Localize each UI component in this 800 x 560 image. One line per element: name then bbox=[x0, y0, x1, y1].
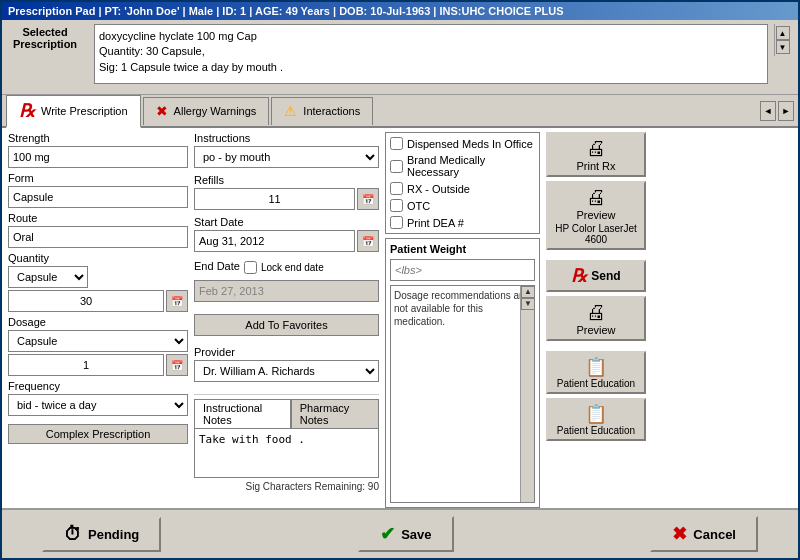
pending-btn[interactable]: ⏱ Pending bbox=[42, 517, 161, 552]
title-bar: Prescription Pad | PT: 'John Doe' | Male… bbox=[2, 2, 798, 20]
patient-edu-1-btn[interactable]: 📋 Patient Education bbox=[546, 351, 646, 394]
strength-input[interactable] bbox=[8, 146, 188, 168]
preview-bottom-btn[interactable]: 🖨 Preview bbox=[546, 296, 646, 341]
quantity-label: Quantity bbox=[8, 252, 188, 264]
quantity-select[interactable]: Capsule bbox=[8, 266, 88, 288]
preview-bottom-label: Preview bbox=[576, 324, 615, 336]
pending-label: Pending bbox=[88, 527, 139, 542]
prescription-scrollbar[interactable]: ▲ ▼ bbox=[774, 24, 790, 56]
education-1-icon: 📋 bbox=[585, 356, 607, 378]
send-btn[interactable]: ℞ Send bbox=[546, 260, 646, 292]
scroll-down-btn[interactable]: ▼ bbox=[776, 40, 790, 54]
start-date-cal-btn[interactable]: 📅 bbox=[357, 230, 379, 252]
dosage-scroll-up[interactable]: ▲ bbox=[521, 286, 535, 298]
tab-pharmacy-notes[interactable]: Pharmacy Notes bbox=[291, 399, 379, 428]
start-date-input[interactable] bbox=[194, 230, 355, 252]
brand-medically-row: Brand Medically Necessary bbox=[390, 154, 535, 178]
tab-write-prescription[interactable]: ℞ Write Prescription bbox=[6, 95, 141, 128]
complex-prescription-btn[interactable]: Complex Prescription bbox=[8, 424, 188, 444]
rx-send-icon: ℞ bbox=[571, 265, 587, 287]
middle-column: Instructions po - by mouth Refills 📅 Sta… bbox=[194, 132, 379, 508]
frequency-group: Frequency bid - twice a day bbox=[8, 380, 188, 416]
rx-icon: ℞ bbox=[19, 100, 35, 122]
form-group: Form bbox=[8, 172, 188, 208]
main-content-wrapper: Strength Form Route Quantity Capsule bbox=[2, 128, 798, 508]
form-area: Strength Form Route Quantity Capsule bbox=[8, 132, 792, 508]
preview-top-icon: 🖨 bbox=[586, 186, 606, 209]
form-input[interactable] bbox=[8, 186, 188, 208]
dispensed-meds-checkbox[interactable] bbox=[390, 137, 403, 150]
preview-top-btn[interactable]: 🖨 Preview HP Color LaserJet 4600 bbox=[546, 181, 646, 250]
quantity-cal-btn[interactable]: 📅 bbox=[166, 290, 188, 312]
otc-label: OTC bbox=[407, 200, 430, 212]
frequency-label: Frequency bbox=[8, 380, 188, 392]
quantity-input[interactable] bbox=[8, 290, 164, 312]
error-x-icon: ✖ bbox=[156, 103, 168, 119]
end-date-input bbox=[194, 280, 379, 302]
dosage-group: Dosage Capsule 📅 bbox=[8, 316, 188, 376]
dosage-cal-btn[interactable]: 📅 bbox=[166, 354, 188, 376]
weight-input[interactable] bbox=[390, 259, 535, 281]
refills-cal-btn[interactable]: 📅 bbox=[357, 188, 379, 210]
tab-nav-buttons: ◄ ► bbox=[760, 101, 794, 121]
refills-input[interactable] bbox=[194, 188, 355, 210]
frequency-select[interactable]: bid - twice a day bbox=[8, 394, 188, 416]
dosage-recommendation-text: Dosage recommendations are not available… bbox=[390, 285, 535, 503]
right-middle-column: Dispensed Meds In Office Brand Medically… bbox=[385, 132, 540, 508]
brand-medically-checkbox[interactable] bbox=[390, 160, 403, 173]
route-group: Route bbox=[8, 212, 188, 248]
tab-nav-right-btn[interactable]: ► bbox=[778, 101, 794, 121]
dosage-rec-scrollbar[interactable]: ▲ ▼ bbox=[520, 286, 534, 502]
instructions-select[interactable]: po - by mouth bbox=[194, 146, 379, 168]
save-label: Save bbox=[401, 527, 431, 542]
right-column: 🖨 Print Rx 🖨 Preview HP Color LaserJet 4… bbox=[546, 132, 646, 508]
notes-textarea[interactable]: Take with food . bbox=[194, 428, 379, 478]
dosage-select[interactable]: Capsule bbox=[8, 330, 188, 352]
options-group: Dispensed Meds In Office Brand Medically… bbox=[385, 132, 540, 234]
rx-outside-label: RX - Outside bbox=[407, 183, 470, 195]
tab-write-prescription-label: Write Prescription bbox=[41, 105, 128, 117]
save-btn[interactable]: ✔ Save bbox=[358, 516, 453, 552]
quantity-group: Quantity Capsule 📅 bbox=[8, 252, 188, 312]
route-label: Route bbox=[8, 212, 188, 224]
cancel-btn[interactable]: ✖ Cancel bbox=[650, 516, 758, 552]
print-rx-label: Print Rx bbox=[576, 160, 615, 172]
prescription-text-display: doxycycline hyclate 100 mg Cap Quantity:… bbox=[94, 24, 768, 84]
provider-select[interactable]: Dr. William A. Richards bbox=[194, 360, 379, 382]
window-title: Prescription Pad | PT: 'John Doe' | Male… bbox=[8, 5, 564, 17]
notes-section: Instructional Notes Pharmacy Notes Take … bbox=[194, 394, 379, 492]
add-to-favorites-btn[interactable]: Add To Favorites bbox=[194, 314, 379, 336]
pending-icon: ⏱ bbox=[64, 524, 82, 545]
tab-allergy-warnings[interactable]: ✖ Allergy Warnings bbox=[143, 97, 270, 125]
send-label: Send bbox=[591, 269, 620, 283]
selected-prescription-area: SelectedPrescription doxycycline hyclate… bbox=[2, 20, 798, 95]
print-dea-checkbox[interactable] bbox=[390, 216, 403, 229]
dosage-input[interactable] bbox=[8, 354, 164, 376]
rx-outside-row: RX - Outside bbox=[390, 182, 535, 195]
preview-top-label: Preview bbox=[576, 209, 615, 221]
print-dea-label: Print DEA # bbox=[407, 217, 464, 229]
save-icon: ✔ bbox=[380, 523, 395, 545]
patient-edu-2-btn[interactable]: 📋 Patient Education bbox=[546, 398, 646, 441]
tabs-bar: ℞ Write Prescription ✖ Allergy Warnings … bbox=[2, 95, 798, 128]
tab-interactions[interactable]: ⚠ Interactions bbox=[271, 97, 373, 125]
tab-nav-left-btn[interactable]: ◄ bbox=[760, 101, 776, 121]
tab-instructional-notes[interactable]: Instructional Notes bbox=[194, 399, 291, 428]
selected-prescription-label: SelectedPrescription bbox=[10, 24, 80, 50]
cancel-icon: ✖ bbox=[672, 523, 687, 545]
lock-end-date-checkbox[interactable] bbox=[244, 261, 257, 274]
dosage-scroll-down[interactable]: ▼ bbox=[521, 298, 535, 310]
rx-outside-checkbox[interactable] bbox=[390, 182, 403, 195]
lock-end-date-label: Lock end date bbox=[261, 262, 324, 273]
left-column: Strength Form Route Quantity Capsule bbox=[8, 132, 188, 508]
dispensed-meds-label: Dispensed Meds In Office bbox=[407, 138, 533, 150]
education-2-icon: 📋 bbox=[585, 403, 607, 425]
print-rx-btn[interactable]: 🖨 Print Rx bbox=[546, 132, 646, 177]
scroll-up-btn[interactable]: ▲ bbox=[776, 26, 790, 40]
otc-checkbox[interactable] bbox=[390, 199, 403, 212]
start-date-group: Start Date 📅 bbox=[194, 216, 379, 252]
route-input[interactable] bbox=[8, 226, 188, 248]
end-date-lock-row: End Date Lock end date bbox=[194, 260, 379, 274]
patient-edu-2-label: Patient Education bbox=[557, 425, 635, 436]
refills-label: Refills bbox=[194, 174, 379, 186]
